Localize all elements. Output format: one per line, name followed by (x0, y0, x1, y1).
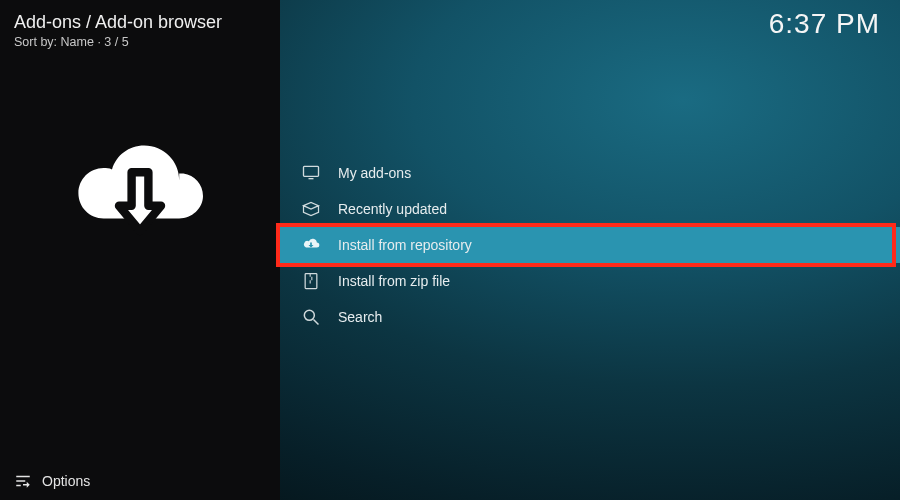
svg-point-3 (304, 310, 314, 320)
cloud-download-icon (70, 119, 210, 259)
sort-line: Sort by: Name · 3 / 5 (0, 33, 280, 49)
menu-item-recently-updated[interactable]: Recently updated (280, 191, 900, 227)
section-icon-wrap (0, 49, 280, 462)
svg-rect-2 (305, 274, 317, 289)
sort-prefix: Sort by: (14, 35, 61, 49)
menu-item-install-from-zip[interactable]: Install from zip file (280, 263, 900, 299)
options-label: Options (42, 473, 90, 489)
menu-item-my-addons[interactable]: My add-ons (280, 155, 900, 191)
menu-item-install-from-repository[interactable]: Install from repository (280, 227, 900, 263)
box-open-icon (300, 198, 322, 220)
search-icon (300, 306, 322, 328)
display-icon (300, 162, 322, 184)
svg-rect-0 (304, 166, 319, 176)
menu-item-label: Install from repository (338, 237, 472, 253)
options-button[interactable]: Options (0, 462, 280, 500)
options-icon (14, 472, 32, 490)
zip-file-icon (300, 270, 322, 292)
svg-rect-1 (309, 178, 314, 179)
menu-item-label: Search (338, 309, 382, 325)
sort-value: Name (61, 35, 94, 49)
menu-item-label: My add-ons (338, 165, 411, 181)
main-panel: 6:37 PM My add-ons Recently updated Inst… (280, 0, 900, 500)
cloud-repo-icon (300, 234, 322, 256)
breadcrumb: Add-ons / Add-on browser (0, 0, 280, 33)
menu-item-label: Recently updated (338, 201, 447, 217)
clock: 6:37 PM (769, 8, 880, 40)
sidebar: Add-ons / Add-on browser Sort by: Name ·… (0, 0, 280, 500)
menu-list: My add-ons Recently updated Install from… (280, 155, 900, 335)
svg-line-4 (314, 320, 319, 325)
list-position: 3 / 5 (104, 35, 128, 49)
menu-item-label: Install from zip file (338, 273, 450, 289)
menu-item-search[interactable]: Search (280, 299, 900, 335)
